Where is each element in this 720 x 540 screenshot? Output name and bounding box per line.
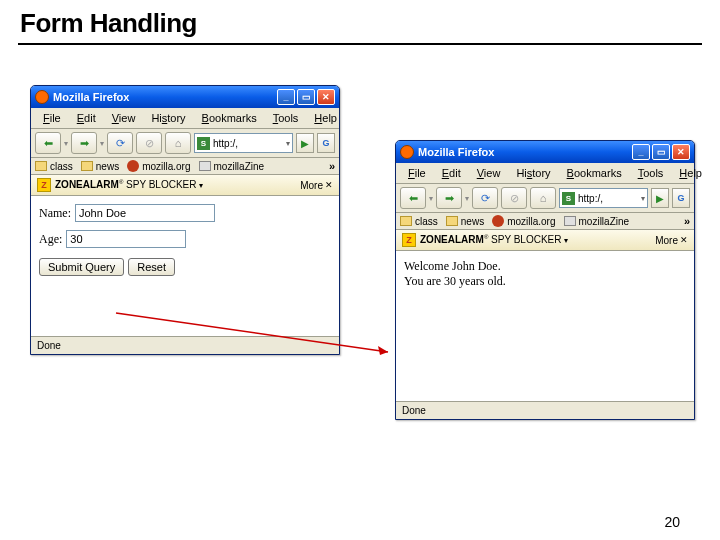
go-button[interactable]: ▶ [651, 188, 669, 208]
folder-icon [400, 216, 412, 226]
bookmark-class[interactable]: class [35, 161, 73, 172]
home-button[interactable]: ⌂ [165, 132, 191, 154]
zonealarm-label: ZONEALARM® SPY BLOCKER ▾ [55, 179, 203, 190]
name-label: Name: [39, 206, 71, 221]
browser-window-2: Mozilla Firefox _ ▭ ✕ File Edit View His… [395, 140, 695, 420]
back-dropdown-icon[interactable]: ▾ [64, 139, 68, 148]
menubar: File Edit View History Bookmarks Tools H… [31, 108, 339, 129]
name-input[interactable] [75, 204, 215, 222]
overflow-chevron-icon[interactable]: » [329, 160, 335, 172]
home-button[interactable]: ⌂ [530, 187, 556, 209]
zine-icon [199, 161, 211, 171]
go-button[interactable]: ▶ [296, 133, 314, 153]
mozilla-icon [492, 215, 504, 227]
back-button[interactable]: ⬅ [35, 132, 61, 154]
address-bar[interactable]: S http:/, ▾ [194, 133, 293, 153]
bookmark-zine[interactable]: mozillaZine [199, 161, 265, 172]
folder-icon [446, 216, 458, 226]
bookmark-mozilla[interactable]: mozilla.org [127, 160, 190, 172]
result-line-1: Welcome John Doe. [404, 259, 686, 274]
site-icon: S [197, 137, 210, 150]
age-input[interactable] [66, 230, 186, 248]
forward-dropdown-icon[interactable]: ▾ [465, 194, 469, 203]
browser-window-1: Mozilla Firefox _ ▭ ✕ File Edit View His… [30, 85, 340, 355]
zonealarm-label: ZONEALARM® SPY BLOCKER ▾ [420, 234, 568, 245]
zonealarm-toolbar: Z ZONEALARM® SPY BLOCKER ▾ More ✕ [396, 230, 694, 251]
stop-button[interactable]: ⊘ [136, 132, 162, 154]
page-number: 20 [664, 514, 680, 530]
menu-tools[interactable]: Tools [265, 110, 307, 126]
titlebar[interactable]: Mozilla Firefox _ ▭ ✕ [396, 141, 694, 163]
site-icon: S [562, 192, 575, 205]
firefox-icon [400, 145, 414, 159]
bookmark-class[interactable]: class [400, 216, 438, 227]
menu-edit[interactable]: Edit [69, 110, 104, 126]
zonealarm-more[interactable]: More ✕ [655, 235, 688, 246]
menubar: File Edit View History Bookmarks Tools H… [396, 163, 694, 184]
status-bar: Done [31, 336, 339, 354]
address-text: http:/, [578, 193, 603, 204]
nav-toolbar: ⬅ ▾ ➡ ▾ ⟳ ⊘ ⌂ S http:/, ▾ ▶ G [31, 129, 339, 158]
close-button[interactable]: ✕ [317, 89, 335, 105]
menu-bookmarks[interactable]: Bookmarks [559, 165, 630, 181]
search-engine-icon[interactable]: G [317, 133, 335, 153]
menu-view[interactable]: View [104, 110, 144, 126]
forward-dropdown-icon[interactable]: ▾ [100, 139, 104, 148]
address-dropdown-icon[interactable]: ▾ [641, 194, 645, 203]
maximize-button[interactable]: ▭ [297, 89, 315, 105]
reload-button[interactable]: ⟳ [107, 132, 133, 154]
status-bar: Done [396, 401, 694, 419]
page-title: Form Handling [20, 8, 197, 39]
maximize-button[interactable]: ▭ [652, 144, 670, 160]
mozilla-icon [127, 160, 139, 172]
stop-button[interactable]: ⊘ [501, 187, 527, 209]
forward-button[interactable]: ➡ [436, 187, 462, 209]
svg-marker-1 [378, 346, 388, 355]
zonealarm-icon: Z [37, 178, 51, 192]
bookmarks-toolbar: class news mozilla.org mozillaZine » [396, 213, 694, 230]
menu-bookmarks[interactable]: Bookmarks [194, 110, 265, 126]
submit-button[interactable]: Submit Query [39, 258, 124, 276]
titlebar[interactable]: Mozilla Firefox _ ▭ ✕ [31, 86, 339, 108]
zine-icon [564, 216, 576, 226]
overflow-chevron-icon[interactable]: » [684, 215, 690, 227]
nav-toolbar: ⬅ ▾ ➡ ▾ ⟳ ⊘ ⌂ S http:/, ▾ ▶ G [396, 184, 694, 213]
menu-help[interactable]: Help [306, 110, 345, 126]
menu-help[interactable]: Help [671, 165, 710, 181]
age-label: Age: [39, 232, 62, 247]
close-button[interactable]: ✕ [672, 144, 690, 160]
zonealarm-more[interactable]: More ✕ [300, 180, 333, 191]
reset-button[interactable]: Reset [128, 258, 175, 276]
back-button[interactable]: ⬅ [400, 187, 426, 209]
bookmark-news[interactable]: news [446, 216, 484, 227]
minimize-button[interactable]: _ [277, 89, 295, 105]
menu-edit[interactable]: Edit [434, 165, 469, 181]
minimize-button[interactable]: _ [632, 144, 650, 160]
back-dropdown-icon[interactable]: ▾ [429, 194, 433, 203]
menu-file[interactable]: File [35, 110, 69, 126]
menu-tools[interactable]: Tools [630, 165, 672, 181]
bookmarks-toolbar: class news mozilla.org mozillaZine » [31, 158, 339, 175]
firefox-icon [35, 90, 49, 104]
menu-history[interactable]: History [508, 165, 558, 181]
bookmark-news[interactable]: news [81, 161, 119, 172]
search-engine-icon[interactable]: G [672, 188, 690, 208]
bookmark-mozilla[interactable]: mozilla.org [492, 215, 555, 227]
page-content: Welcome John Doe. You are 30 years old. [396, 251, 694, 401]
address-bar[interactable]: S http:/, ▾ [559, 188, 648, 208]
menu-file[interactable]: File [400, 165, 434, 181]
address-text: http:/, [213, 138, 238, 149]
menu-view[interactable]: View [469, 165, 509, 181]
window-title: Mozilla Firefox [418, 146, 632, 158]
folder-icon [35, 161, 47, 171]
zonealarm-icon: Z [402, 233, 416, 247]
forward-button[interactable]: ➡ [71, 132, 97, 154]
reload-button[interactable]: ⟳ [472, 187, 498, 209]
zonealarm-toolbar: Z ZONEALARM® SPY BLOCKER ▾ More ✕ [31, 175, 339, 196]
folder-icon [81, 161, 93, 171]
window-title: Mozilla Firefox [53, 91, 277, 103]
address-dropdown-icon[interactable]: ▾ [286, 139, 290, 148]
bookmark-zine[interactable]: mozillaZine [564, 216, 630, 227]
result-line-2: You are 30 years old. [404, 274, 686, 289]
menu-history[interactable]: History [143, 110, 193, 126]
